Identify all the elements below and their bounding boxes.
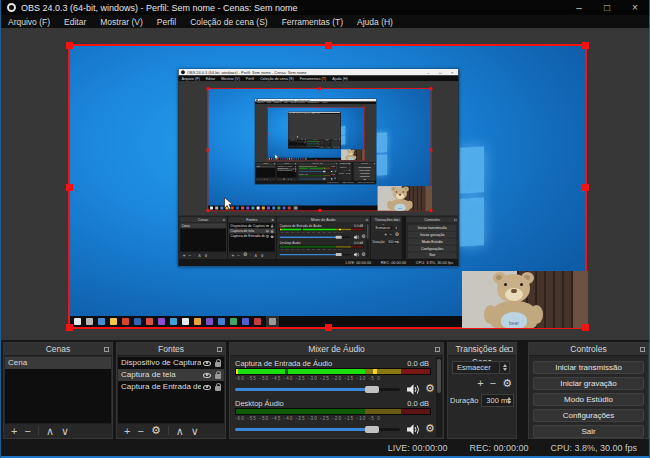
- menu-help[interactable]: Ajuda (H): [329, 76, 351, 80]
- taskbar-mail-icon[interactable]: [280, 158, 281, 159]
- volume-slider-handle[interactable]: [323, 178, 326, 179]
- source-item-audio-input[interactable]: Captura de Entrada de Áud: [118, 381, 224, 393]
- start-recording-button[interactable]: Iniciar gravação: [408, 232, 456, 238]
- transition-gear-icon[interactable]: ⚙: [395, 232, 399, 238]
- add-source-button[interactable]: +: [278, 178, 279, 180]
- taskbar-app-teal-icon[interactable]: [170, 318, 177, 325]
- menu-help[interactable]: Ajuda (H): [350, 17, 400, 27]
- selection-handle[interactable]: [315, 159, 316, 160]
- speaker-icon[interactable]: [407, 424, 420, 435]
- taskbar-app-indigo-icon[interactable]: [242, 318, 249, 325]
- sources-panel-header[interactable]: Fontes: [117, 343, 225, 356]
- duration-spinbox[interactable]: 300 ms: [481, 394, 514, 407]
- add-scene-button[interactable]: +: [257, 178, 258, 180]
- lock-icon[interactable]: [295, 171, 296, 172]
- menu-edit[interactable]: Editar: [203, 76, 219, 80]
- selection-handle[interactable]: [66, 42, 73, 49]
- screen-capture-source[interactable]: OBS 24.0.3 (64-bit, windows) - Perfil: S…: [268, 107, 365, 160]
- taskbar-active-app-slot[interactable]: [305, 158, 307, 160]
- taskbar-vlc-icon[interactable]: [291, 158, 292, 159]
- taskbar-settings-icon[interactable]: [294, 206, 297, 209]
- panel-dock-icon[interactable]: [272, 219, 274, 221]
- source-item-audio-input[interactable]: Captura de Entrada de Áud: [229, 234, 275, 239]
- remove-scene-button[interactable]: −: [259, 178, 260, 180]
- add-transition-button[interactable]: +: [384, 232, 387, 237]
- start-streaming-button[interactable]: Iniciar transmissão: [533, 361, 644, 374]
- taskbar-app-crimson-icon[interactable]: [254, 318, 261, 325]
- taskbar-search-icon[interactable]: [271, 158, 272, 159]
- mixer-scrollbar[interactable]: [436, 357, 442, 437]
- visibility-eye-icon[interactable]: [203, 385, 211, 390]
- webcam-overlay-teddy-bear[interactable]: bear: [341, 149, 365, 160]
- selection-handle[interactable]: [207, 87, 210, 90]
- taskbar-app-purple-icon[interactable]: [158, 318, 165, 325]
- volume-slider-handle[interactable]: [365, 426, 379, 433]
- mixer-panel-header[interactable]: Mixer de Áudio: [277, 217, 369, 223]
- remove-source-button[interactable]: −: [137, 425, 143, 437]
- visibility-eye-icon[interactable]: [266, 225, 269, 227]
- selection-handle[interactable]: [315, 107, 316, 108]
- selection-handle[interactable]: [429, 87, 432, 90]
- taskbar-app-crimson-icon[interactable]: [288, 206, 291, 209]
- speaker-icon[interactable]: [331, 178, 333, 180]
- panel-dock-icon[interactable]: [374, 164, 375, 165]
- start-streaming-button[interactable]: Iniciar transmissão: [408, 225, 456, 231]
- taskbar-edge-icon[interactable]: [220, 206, 223, 209]
- taskbar-start-icon[interactable]: [269, 158, 270, 159]
- lock-icon[interactable]: [271, 225, 274, 227]
- menu-profile[interactable]: Perfil: [150, 17, 183, 27]
- source-item-screen-capture[interactable]: Captura de tela: [118, 369, 224, 381]
- controls-panel-header[interactable]: Controles: [407, 217, 458, 223]
- window-titlebar[interactable]: OBS 24.0.3 (64-bit, windows) - Perfil: S…: [1, 0, 649, 15]
- lock-icon[interactable]: [215, 374, 221, 379]
- lock-icon[interactable]: [215, 362, 221, 367]
- taskbar-active-app-slot[interactable]: [266, 316, 279, 327]
- selection-handle[interactable]: [582, 324, 589, 331]
- taskbar-file-explorer-icon[interactable]: [110, 318, 117, 325]
- taskbar-app-teal-icon[interactable]: [287, 158, 288, 159]
- duration-spinbox[interactable]: 300 ms: [327, 143, 330, 144]
- taskbar-app-teal-icon[interactable]: [251, 206, 254, 209]
- source-properties-gear-icon[interactable]: ⚙: [283, 178, 285, 180]
- scene-item[interactable]: Cena: [180, 223, 226, 228]
- taskbar-camera-icon[interactable]: [257, 206, 260, 209]
- transitions-panel-header[interactable]: Transições de Cena: [339, 163, 352, 165]
- taskbar-camera-icon[interactable]: [289, 158, 290, 159]
- mixer-gear-icon[interactable]: ⚙: [425, 382, 435, 395]
- scene-down-button[interactable]: ∨: [61, 425, 69, 437]
- selection-handle[interactable]: [318, 209, 321, 212]
- scene-item[interactable]: Cena: [256, 165, 276, 167]
- taskbar-start-icon[interactable]: [74, 318, 81, 325]
- visibility-eye-icon[interactable]: [203, 361, 211, 366]
- menu-scene-collection[interactable]: Coleção de cena (S): [257, 76, 297, 80]
- source-down-button[interactable]: ∨: [191, 425, 199, 437]
- volume-slider[interactable]: ⚙: [280, 234, 366, 240]
- remove-transition-button[interactable]: −: [346, 169, 347, 171]
- scene-item[interactable]: Cena: [5, 357, 111, 369]
- taskbar-app-indigo-icon[interactable]: [300, 158, 301, 159]
- transitions-panel-header[interactable]: Transições de Cena: [372, 217, 401, 223]
- source-up-button[interactable]: ∧: [288, 178, 290, 180]
- taskbar-settings-icon[interactable]: [305, 158, 306, 159]
- taskbar-mail-icon[interactable]: [236, 206, 239, 209]
- taskbar-start-icon[interactable]: [210, 206, 213, 209]
- remove-transition-button[interactable]: −: [390, 232, 393, 237]
- transitions-panel-header[interactable]: Transições de Cena: [448, 343, 516, 356]
- menu-file[interactable]: Arquivo (F): [1, 17, 57, 27]
- mixer-gear-icon[interactable]: ⚙: [362, 234, 366, 240]
- close-button[interactable]: ×: [621, 0, 649, 15]
- add-transition-button[interactable]: +: [344, 169, 345, 171]
- captured-obs-window[interactable]: OBS 24.0.3 (64-bit, windows) - Perfil: S…: [178, 69, 459, 267]
- panel-dock-icon[interactable]: [640, 347, 645, 352]
- panel-dock-icon[interactable]: [295, 164, 296, 165]
- speaker-icon[interactable]: [354, 235, 360, 240]
- transition-gear-icon[interactable]: ⚙: [502, 377, 512, 390]
- taskbar-chrome-icon[interactable]: [241, 206, 244, 209]
- remove-transition-button[interactable]: −: [490, 377, 496, 389]
- visibility-eye-icon[interactable]: [266, 230, 269, 232]
- volume-slider-handle[interactable]: [336, 253, 342, 256]
- exit-button[interactable]: Sair: [408, 253, 456, 259]
- scene-up-button[interactable]: ∧: [198, 252, 201, 257]
- duration-spinbox[interactable]: 300 ms: [386, 239, 400, 245]
- taskbar-gimp-icon[interactable]: [293, 158, 294, 159]
